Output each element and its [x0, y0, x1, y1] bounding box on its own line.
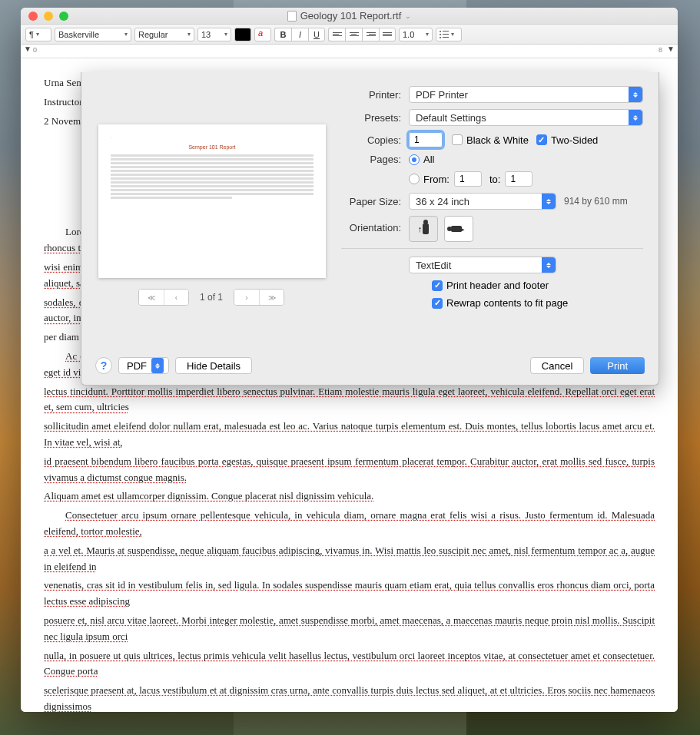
black-white-label: Black & White	[466, 134, 529, 146]
black-white-checkbox[interactable]	[452, 134, 463, 145]
rewrap-checkbox[interactable]	[432, 298, 443, 309]
ruler-mark-8: 8	[659, 46, 662, 54]
orientation-label: Orientation:	[335, 216, 409, 233]
right-tab-marker-icon[interactable]: ▼	[667, 45, 675, 53]
pages-label: Pages:	[335, 154, 409, 165]
select-arrows-icon	[629, 110, 642, 125]
titlebar: Geology 101 Report.rtf ⌄	[21, 8, 678, 25]
window-title: Geology 101 Report.rtf ⌄	[21, 10, 678, 22]
select-arrows-icon	[629, 87, 642, 102]
ruler[interactable]: ▼ 0 8 ▼	[21, 45, 678, 58]
pages-from-label: From:	[423, 174, 450, 185]
document-icon	[287, 11, 297, 22]
bold-button[interactable]: B	[274, 28, 291, 41]
align-justify-button[interactable]	[379, 28, 396, 41]
orientation-landscape-button[interactable]: ▸	[444, 216, 473, 242]
presets-label: Presets:	[335, 112, 409, 124]
app-options-select[interactable]: TextEdit	[409, 257, 556, 273]
print-dialog: · Semper 101 Report ≪ ‹ 1 of 1 › ≫	[81, 72, 659, 386]
window-title-text: Geology 101 Report.rtf	[300, 10, 402, 22]
underline-button[interactable]: U	[308, 28, 325, 41]
preview-title: Semper 101 Report	[111, 144, 314, 150]
pages-from-input[interactable]	[454, 171, 482, 187]
pdf-menu-button[interactable]: PDF	[118, 357, 169, 374]
paragraph-style-select[interactable]: ¶▾	[25, 28, 51, 41]
select-arrows-icon	[542, 257, 556, 273]
align-right-button[interactable]	[362, 28, 379, 41]
page-indicator: 1 of 1	[200, 292, 223, 303]
textedit-window: Geology 101 Report.rtf ⌄ ¶▾ Baskerville▾…	[21, 8, 678, 712]
help-button[interactable]: ?	[95, 357, 112, 374]
font-style-select[interactable]: Regular▾	[134, 28, 194, 41]
print-preview-column: · Semper 101 Report ≪ ‹ 1 of 1 › ≫	[81, 72, 335, 333]
paper-size-label: Paper Size:	[335, 196, 409, 207]
print-header-label: Print header and footer	[446, 280, 549, 291]
printer-label: Printer:	[335, 89, 409, 101]
two-sided-label: Two-Sided	[551, 134, 598, 146]
text-style-group: B I U	[274, 28, 325, 41]
dialog-footer: ? PDF Hide Details Cancel Print	[95, 357, 645, 374]
copies-label: Copies:	[335, 134, 409, 146]
orientation-portrait-button[interactable]: ↑	[409, 216, 438, 242]
preview-prev-buttons: ≪ ‹	[138, 289, 189, 306]
pages-range-radio[interactable]	[409, 174, 420, 184]
highlight-color-swatch[interactable]	[254, 28, 271, 41]
paper-size-select[interactable]: 36 x 24 inch	[409, 193, 556, 210]
print-button[interactable]: Print	[590, 357, 645, 374]
line-spacing-select[interactable]: 1.0▾	[399, 28, 433, 41]
text-color-swatch[interactable]	[234, 28, 251, 41]
rewrap-label: Rewrap contents to fit page	[446, 297, 568, 309]
ruler-mark-0: 0	[33, 46, 37, 54]
format-toolbar: ¶▾ Baskerville▾ Regular▾ 13▾ B I U 1.0▾ …	[21, 25, 678, 45]
print-options-column: Printer: PDF Printer Presets: Default Se…	[335, 72, 659, 333]
left-tab-marker-icon[interactable]: ▼	[24, 45, 32, 53]
title-chevron-icon[interactable]: ⌄	[405, 12, 411, 20]
copies-input[interactable]	[409, 132, 443, 147]
hide-details-button[interactable]: Hide Details	[175, 357, 252, 374]
align-center-button[interactable]	[345, 28, 362, 41]
pages-to-label: to:	[489, 174, 500, 185]
align-left-button[interactable]	[328, 28, 345, 41]
print-header-checkbox[interactable]	[432, 280, 443, 291]
divider	[341, 248, 643, 249]
last-page-button[interactable]: ≫	[259, 290, 284, 305]
pages-to-input[interactable]	[505, 171, 532, 187]
person-icon	[423, 223, 429, 234]
pages-all-radio[interactable]	[409, 154, 420, 165]
font-size-select[interactable]: 13▾	[197, 28, 231, 41]
select-arrows-icon	[151, 358, 164, 373]
prev-page-button[interactable]: ‹	[164, 290, 188, 305]
two-sided-checkbox[interactable]	[536, 134, 547, 145]
cancel-button[interactable]: Cancel	[530, 357, 584, 374]
font-family-select[interactable]: Baskerville▾	[55, 28, 131, 41]
print-preview-page: · Semper 101 Report	[98, 124, 326, 278]
preview-next-buttons: › ≫	[234, 289, 284, 306]
next-page-button[interactable]: ›	[234, 290, 259, 305]
preview-nav: ≪ ‹ 1 of 1 › ≫	[98, 289, 324, 306]
person-icon	[451, 226, 462, 232]
select-arrows-icon	[542, 194, 556, 209]
paper-dimensions: 914 by 610 mm	[564, 196, 628, 207]
presets-select[interactable]: Default Settings	[409, 109, 643, 126]
pages-all-label: All	[423, 154, 434, 165]
list-style-select[interactable]: ▾	[436, 28, 462, 41]
list-icon	[440, 31, 449, 38]
alignment-group	[328, 28, 396, 41]
first-page-button[interactable]: ≪	[139, 290, 164, 305]
printer-select[interactable]: PDF Printer	[409, 86, 643, 103]
italic-button[interactable]: I	[291, 28, 308, 41]
